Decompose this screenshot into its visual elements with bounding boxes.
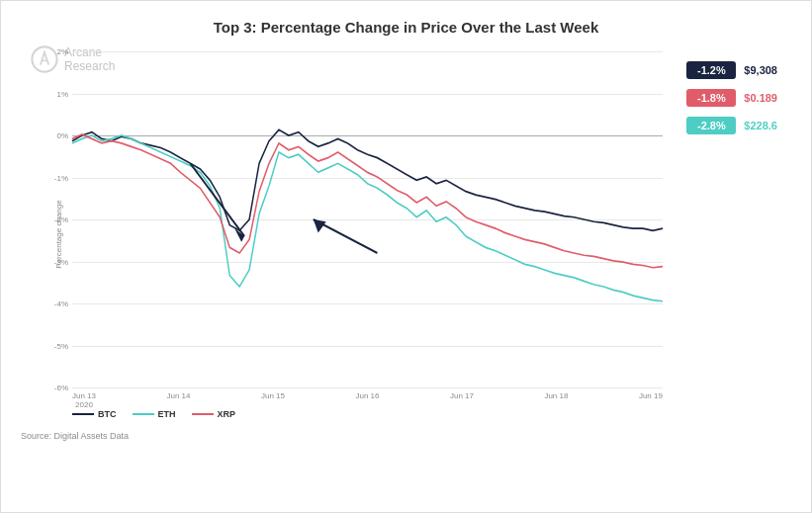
y-tick-n6pct: -6% <box>54 384 68 392</box>
x-label-jun17: Jun 17 <box>450 391 474 409</box>
chart-card: Top 3: Percentage Change in Price Over t… <box>0 0 812 513</box>
grid-line-n6pct <box>72 387 663 388</box>
source-text: Source: Digital Assets Data <box>21 431 791 441</box>
badges-area: -1.2% $9,308 -1.8% $0.189 -2.8% $228.6 <box>686 61 777 134</box>
legend-eth-label: ETH <box>158 409 176 419</box>
legend-btc: BTC <box>72 409 117 419</box>
legend-btc-line <box>72 413 94 415</box>
legend-xrp-label: XRP <box>218 409 236 419</box>
legend-eth: ETH <box>133 409 176 419</box>
y-tick-n4pct: -4% <box>54 299 68 308</box>
arrow1-shaft <box>190 163 244 236</box>
x-label-jun14: Jun 14 <box>166 391 190 409</box>
y-tick-0pct: 0% <box>56 131 68 140</box>
chart-svg <box>72 51 663 387</box>
legend-btc-label: BTC <box>98 409 117 419</box>
price-btc: $9,308 <box>744 64 777 76</box>
legend-xrp: XRP <box>192 409 236 419</box>
arcane-logo-icon <box>31 45 58 73</box>
legend-xrp-line <box>192 413 214 415</box>
price-xrp: $0.189 <box>744 92 777 104</box>
chart-wrapper: 2% 1% 0% -1% -2% -3% -4% -5% -6% <box>72 51 663 387</box>
badge-row-eth: -2.8% $228.6 <box>686 117 777 134</box>
y-tick-n3pct: -3% <box>54 257 68 266</box>
price-eth: $228.6 <box>744 120 777 131</box>
legend: BTC ETH XRP <box>72 409 235 419</box>
y-tick-2pct: 2% <box>56 47 68 56</box>
badge-xrp: -1.8% <box>686 89 736 107</box>
chart-area: Arcane Research Percentage change 2% 1% … <box>21 42 791 427</box>
y-tick-n1pct: -1% <box>54 173 68 182</box>
badge-row-btc: -1.2% $9,308 <box>686 61 777 79</box>
x-labels: Jun 132020 Jun 14 Jun 15 Jun 16 Jun 17 J… <box>72 391 663 409</box>
y-tick-1pct: 1% <box>56 89 68 98</box>
x-label-jun13: Jun 132020 <box>72 391 96 409</box>
chart-title: Top 3: Percentage Change in Price Over t… <box>21 19 791 36</box>
legend-eth-line <box>133 413 154 415</box>
y-tick-n5pct: -5% <box>54 341 68 350</box>
x-label-jun19: Jun 19 <box>639 391 663 409</box>
badge-row-xrp: -1.8% $0.189 <box>686 89 777 107</box>
x-label-jun15: Jun 15 <box>261 391 285 409</box>
x-label-jun18: Jun 18 <box>544 391 568 409</box>
badge-eth: -2.8% <box>686 117 736 134</box>
x-label-jun16: Jun 16 <box>355 391 379 409</box>
btc-line <box>72 129 663 230</box>
badge-btc: -1.2% <box>686 61 736 79</box>
eth-line <box>72 135 663 301</box>
y-tick-n2pct: -2% <box>54 215 68 224</box>
